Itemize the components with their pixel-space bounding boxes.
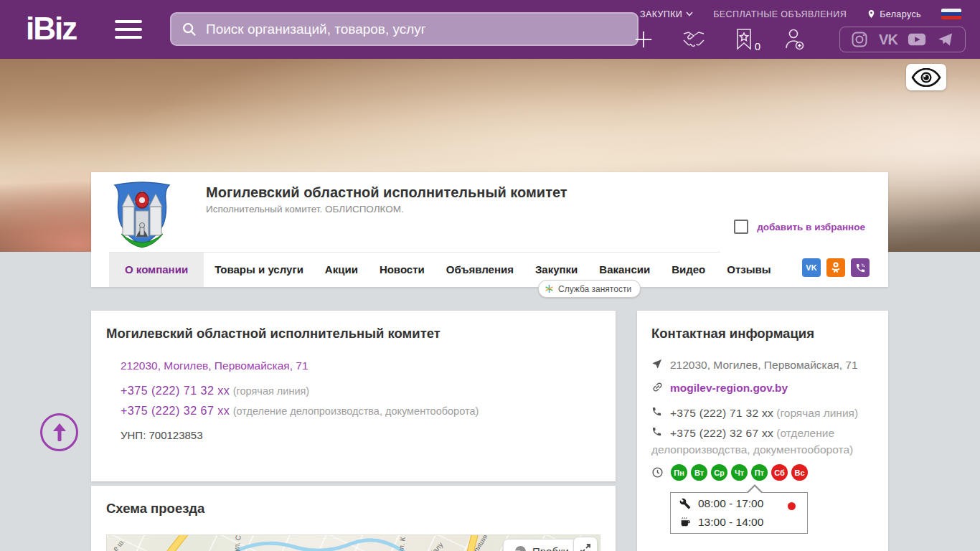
- handshake-icon: [682, 29, 706, 50]
- instagram-icon[interactable]: [850, 31, 869, 48]
- purchases-menu[interactable]: ЗАКУПКИ: [640, 9, 693, 19]
- map-river: [236, 534, 451, 551]
- phone-number[interactable]: +375 (222) 71 32 xx: [121, 385, 230, 397]
- bookmark-star-icon: [735, 29, 753, 50]
- company-logo-emblem: [110, 181, 174, 250]
- favorites-button[interactable]: 0: [719, 24, 769, 55]
- status-dot: [788, 502, 796, 510]
- work-hours-row: 08:00 - 17:00: [671, 493, 807, 512]
- tab-news[interactable]: Новости: [369, 253, 435, 287]
- region-selector[interactable]: Беларусь: [867, 9, 921, 19]
- favorite-checkbox[interactable]: [734, 220, 748, 234]
- company-unp: УНП: 700123853: [121, 429, 203, 441]
- clock-icon: [651, 466, 664, 479]
- day-badge-tue[interactable]: Вт: [691, 464, 707, 481]
- purchases-label: ЗАКУПКИ: [640, 9, 682, 19]
- share-viber-icon[interactable]: [851, 258, 870, 277]
- contact-phone-number[interactable]: +375 (222) 32 67 xx: [670, 427, 773, 439]
- search-input[interactable]: [206, 22, 627, 37]
- favorites-count: 0: [755, 40, 760, 52]
- favorite-label: добавить в избранное: [757, 222, 865, 232]
- contact-website-link[interactable]: mogilev-region.gov.by: [670, 382, 788, 394]
- traffic-icon: [515, 546, 526, 551]
- tab-products[interactable]: Товары и услуги: [204, 253, 314, 287]
- add-company-button[interactable]: [618, 24, 669, 55]
- day-badge-mon[interactable]: Пн: [671, 464, 687, 481]
- map-title: Схема проезда: [106, 501, 204, 517]
- phone-note: (горячая линия): [233, 385, 309, 397]
- chevron-down-icon: [686, 11, 693, 17]
- navigation-arrow-icon: [651, 358, 663, 369]
- company-description: Исполнительный комитет. ОБЛИСПОЛКОМ.: [206, 204, 404, 215]
- about-title: Могилевский областной исполнительный ком…: [106, 326, 440, 342]
- tab-video[interactable]: Видео: [661, 253, 716, 287]
- about-phone-1: +375 (222) 71 32 xx (горячая линия): [121, 385, 309, 397]
- day-badge-sat[interactable]: Сб: [771, 464, 788, 481]
- day-badge-fri[interactable]: Пт: [751, 464, 768, 481]
- company-name: Могилевский областной исполнительный ком…: [206, 184, 567, 201]
- vk-icon[interactable]: VK: [879, 31, 897, 48]
- day-badge-wed[interactable]: Ср: [711, 464, 727, 481]
- search-icon: [182, 22, 197, 37]
- about-phone-2: +375 (222) 32 67 xx (отделение делопроиз…: [121, 405, 479, 418]
- share-ok-icon[interactable]: [826, 258, 845, 277]
- working-hours-tooltip: 08:00 - 17:00 13:00 - 14:00: [670, 492, 808, 534]
- partners-button[interactable]: [669, 24, 719, 55]
- share-vk-icon[interactable]: VK: [802, 258, 821, 277]
- region-label: Беларусь: [880, 9, 921, 19]
- telegram-icon[interactable]: [936, 31, 955, 48]
- youtube-icon[interactable]: [908, 31, 926, 48]
- day-badge-sun[interactable]: Вс: [791, 464, 808, 481]
- tab-ads[interactable]: Объявления: [435, 253, 524, 287]
- break-hours-row: 13:00 - 14:00: [671, 512, 807, 530]
- phone-note: (отделение делопроизводства, документооб…: [233, 405, 479, 417]
- employment-service-icon: [545, 284, 554, 293]
- contact-phone-row-1: +375 (222) 71 32 xx (горячая линия): [651, 405, 874, 421]
- day-badge-thu[interactable]: Чт: [731, 464, 748, 481]
- company-share-buttons: VK: [802, 258, 870, 277]
- person-add-icon: [783, 28, 805, 51]
- header: iBiz ЗАКУПКИ БЕСПЛАТНЫЕ ОБЪЯВЛЕНИЯ Белар…: [0, 0, 980, 59]
- contact-phone-row-2: +375 (222) 32 67 xx (отделение делопроиз…: [651, 425, 874, 458]
- location-pin-icon: [867, 9, 876, 19]
- phone-icon: [651, 426, 662, 437]
- work-hours: 08:00 - 17:00: [698, 497, 763, 510]
- vacancies-tooltip-text: Служба занятости: [558, 284, 631, 294]
- traffic-button[interactable]: Пробки: [503, 539, 581, 551]
- scroll-to-top-button[interactable]: [40, 413, 78, 451]
- tools-icon: [679, 498, 691, 509]
- schedule-days-row: Пн Вт Ср Чт Пт Сб Вс: [651, 464, 811, 481]
- contact-address-row: 212030, Могилев, Первомайская, 71: [651, 357, 874, 373]
- contact-phone-number[interactable]: +375 (222) 71 32 xx: [670, 407, 773, 419]
- login-button[interactable]: [769, 24, 819, 55]
- tab-reviews[interactable]: Отзывы: [716, 253, 781, 287]
- header-action-icons: 0 VK: [618, 24, 980, 55]
- coffee-cup-icon: [679, 517, 691, 528]
- contact-address: 212030, Могилев, Первомайская, 71: [651, 357, 874, 373]
- phone-number[interactable]: +375 (222) 32 67 xx: [121, 405, 230, 417]
- up-arrow-icon: [52, 423, 67, 443]
- contact-info-card: Контактная информация 212030, Могилев, П…: [637, 311, 888, 551]
- free-ads-label: БЕСПЛАТНЫЕ ОБЪЯВЛЕНИЯ: [713, 9, 847, 19]
- hamburger-menu-icon[interactable]: [115, 20, 142, 40]
- about-address-link[interactable]: 212030, Могилев, Первомайская, 71: [121, 359, 308, 372]
- add-to-favorites[interactable]: добавить в избранное: [734, 220, 865, 234]
- map-expand-button[interactable]: [573, 537, 598, 551]
- accessibility-eye-button[interactable]: [906, 64, 946, 90]
- expand-icon: [580, 543, 591, 551]
- map-card: Схема проезда е ш. ул. С ул. К Калу риши…: [91, 486, 616, 551]
- map[interactable]: е ш. ул. С ул. К Калу ришина Пробки: [106, 534, 600, 551]
- language-flag-russian[interactable]: [941, 9, 961, 19]
- contact-phone-note: (горячая линия): [776, 407, 858, 419]
- tab-promotions[interactable]: Акции: [314, 253, 369, 287]
- free-ads-link[interactable]: БЕСПЛАТНЫЕ ОБЪЯВЛЕНИЯ: [713, 9, 847, 19]
- vacancies-tooltip: Служба занятости: [538, 280, 641, 298]
- search-bar: [170, 12, 639, 46]
- site-logo[interactable]: iBiz: [26, 10, 76, 47]
- header-top-links: ЗАКУПКИ БЕСПЛАТНЫЕ ОБЪЯВЛЕНИЯ Беларусь: [640, 9, 961, 19]
- phone-icon: [651, 406, 662, 417]
- header-social-links: VK: [839, 27, 966, 52]
- tab-about[interactable]: О компании: [109, 253, 204, 287]
- about-card: Могилевский областной исполнительный ком…: [91, 311, 616, 481]
- break-hours: 13:00 - 14:00: [698, 516, 763, 529]
